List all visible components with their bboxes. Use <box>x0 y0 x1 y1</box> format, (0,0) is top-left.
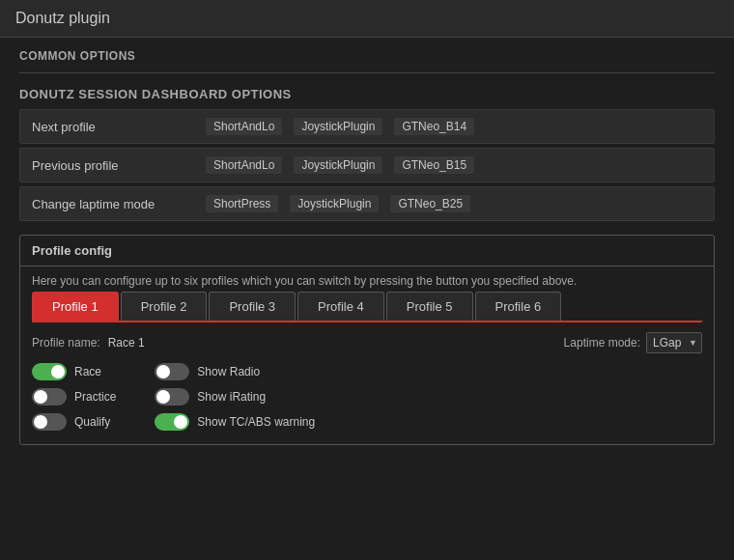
row-value: GTNeo_B25 <box>390 195 470 212</box>
toggles-area: Race Practice Qualify <box>32 363 702 431</box>
table-row: Change laptime mode ShortPress JoystickP… <box>19 186 715 221</box>
toggle-knob <box>174 415 187 429</box>
table-row: Next profile ShortAndLo JoystickPlugin G… <box>19 109 715 144</box>
toggles-left-col: Race Practice Qualify <box>32 363 116 431</box>
toggle-knob <box>34 390 47 404</box>
show-irating-toggle[interactable] <box>155 388 189 406</box>
toggle-show-irating-row: Show iRating <box>155 388 315 406</box>
practice-toggle[interactable] <box>32 388 67 406</box>
common-options-header: COMMON OPTIONS <box>19 49 715 63</box>
profile-config-section: Profile config Here you can configure up… <box>19 235 715 445</box>
row-label: Change laptime mode <box>32 197 206 211</box>
show-radio-label: Show Radio <box>197 365 260 378</box>
row-value: GTNeo_B14 <box>394 118 474 135</box>
profile-tabs: Profile 1 Profile 2 Profile 3 Profile 4 … <box>32 292 702 322</box>
row-label: Previous profile <box>32 158 206 173</box>
row-value: JoystickPlugin <box>290 195 379 212</box>
show-tcabs-label: Show TC/ABS warning <box>197 415 315 429</box>
toggle-knob <box>34 415 47 429</box>
toggle-qualify-row: Qualify <box>32 413 116 431</box>
row-label: Next profile <box>32 120 206 134</box>
tab-profile-2[interactable]: Profile 2 <box>121 292 208 321</box>
profile-name-value: Race 1 <box>108 336 145 350</box>
show-tcabs-toggle[interactable] <box>155 413 189 431</box>
tab-profile-6[interactable]: Profile 6 <box>475 292 562 321</box>
profile-config-header: Profile config <box>20 236 714 266</box>
laptime-mode-label: Laptime mode: <box>564 336 640 350</box>
toggle-race-row: Race <box>32 363 116 380</box>
rows-container: Next profile ShortAndLo JoystickPlugin G… <box>19 109 715 221</box>
profile-body: Profile name: Race 1 Laptime mode: LGap … <box>20 322 714 444</box>
show-irating-label: Show iRating <box>197 390 266 404</box>
practice-label: Practice <box>74 390 116 404</box>
row-value: ShortAndLo <box>206 118 282 135</box>
race-toggle[interactable] <box>32 363 67 380</box>
tab-profile-3[interactable]: Profile 3 <box>209 292 296 321</box>
table-row: Previous profile ShortAndLo JoystickPlug… <box>19 148 715 182</box>
show-radio-toggle[interactable] <box>155 363 189 380</box>
row-value: JoystickPlugin <box>294 156 382 174</box>
toggle-show-radio-row: Show Radio <box>155 363 315 380</box>
profile-name-label: Profile name: <box>32 336 100 350</box>
race-label: Race <box>74 365 101 378</box>
laptime-mode-select-wrapper: LGap Best Last <box>646 332 702 353</box>
toggles-right-col: Show Radio Show iRating Show TC/ABS warn… <box>155 363 315 431</box>
profile-name-row: Profile name: Race 1 Laptime mode: LGap … <box>32 332 702 353</box>
tab-profile-1[interactable]: Profile 1 <box>32 292 119 321</box>
title-text: Donutz plugin <box>15 10 110 26</box>
row-value: ShortPress <box>206 195 278 212</box>
qualify-label: Qualify <box>74 415 110 429</box>
laptime-mode-area: Laptime mode: LGap Best Last <box>564 332 702 353</box>
row-value: GTNeo_B15 <box>394 156 474 174</box>
tab-profile-4[interactable]: Profile 4 <box>297 292 384 321</box>
app-title: Donutz plugin <box>0 0 734 38</box>
session-dashboard-header: DONUTZ SESSION DASHBOARD OPTIONS <box>19 87 715 101</box>
toggle-show-tcabs-row: Show TC/ABS warning <box>155 413 315 431</box>
laptime-mode-select[interactable]: LGap Best Last <box>646 332 702 353</box>
profile-config-description: Here you can configure up to six profile… <box>20 266 714 292</box>
qualify-toggle[interactable] <box>32 413 67 431</box>
row-value: JoystickPlugin <box>294 118 382 135</box>
toggle-knob <box>156 390 170 404</box>
divider-1 <box>19 72 715 73</box>
toggle-practice-row: Practice <box>32 388 116 406</box>
tab-profile-5[interactable]: Profile 5 <box>386 292 473 321</box>
toggle-knob <box>156 365 170 378</box>
toggle-knob <box>51 365 65 378</box>
row-value: ShortAndLo <box>206 156 282 174</box>
